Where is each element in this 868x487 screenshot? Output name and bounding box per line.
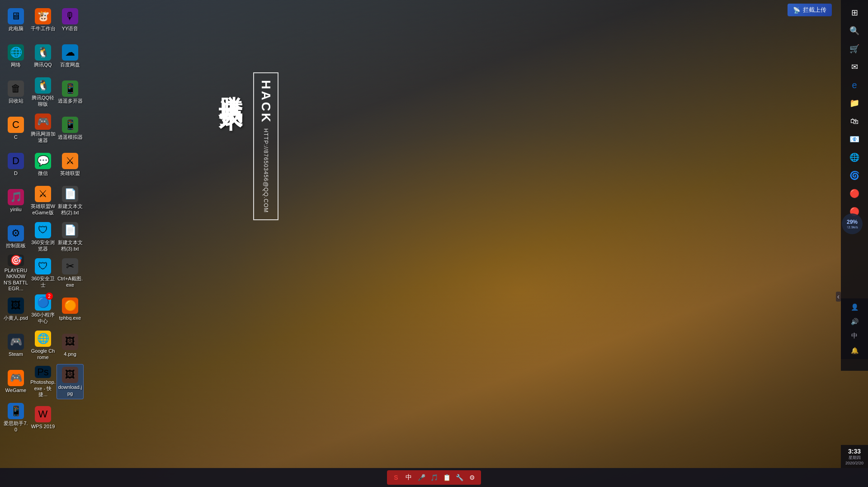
- desktop-icon-aisi[interactable]: 📱爱思助手7.0: [2, 400, 29, 435]
- sidebar-expand-arrow[interactable]: ‹: [836, 292, 841, 302]
- icon-label-sec360: 360安全浏览器: [30, 240, 56, 251]
- taskbar-clipboard[interactable]: 📋: [441, 472, 452, 483]
- tray-search[interactable]: 🔍: [846, 23, 863, 39]
- taskbar-gear[interactable]: ⚙: [467, 472, 477, 483]
- tray-ie[interactable]: e: [846, 77, 863, 93]
- desktop-icon-wps[interactable]: WWPS 2019: [29, 400, 57, 435]
- desktop-icon-sec360[interactable]: 🛡360安全浏览器: [29, 219, 57, 255]
- desktop-icon-ctrlA[interactable]: ✂Ctrl+A截图.exe: [57, 255, 84, 291]
- clock-time: 3:33: [843, 448, 866, 455]
- intercept-button[interactable]: 📡 拦截上传: [788, 4, 832, 16]
- tray-mail2[interactable]: 📧: [846, 131, 863, 147]
- desktop-icon-qqapp[interactable]: 🐧腾讯QQ: [29, 38, 57, 74]
- desktop-icon-mini360[interactable]: 🔵2360小程序中心: [29, 292, 57, 327]
- desktop-icon-yinliu[interactable]: 🎵yinliu: [2, 183, 29, 218]
- taskbar-music[interactable]: 🎵: [429, 472, 439, 483]
- desktop-icon-network[interactable]: 🌐网络: [2, 38, 29, 74]
- desktop-icon-baidu[interactable]: ☁百度网盘: [57, 38, 84, 74]
- icon-label-dianshi: 此电脑: [9, 26, 24, 32]
- icon-image-control: ⚙: [8, 225, 24, 241]
- icon-image-newtxt3: 📄: [62, 222, 78, 238]
- tray-red1[interactable]: 🔴: [846, 185, 863, 202]
- desktop-icon-steam[interactable]: 🎮Steam: [2, 328, 29, 363]
- icon-label-network: 网络: [11, 62, 21, 68]
- icon-label-steam: Steam: [9, 351, 23, 357]
- icon-label-newtxt3: 新建文本文档(3).txt: [57, 240, 83, 251]
- volume-icon[interactable]: 🔊: [846, 315, 863, 328]
- tray-maximize[interactable]: ⊞: [846, 5, 863, 21]
- desktop-icon-yoyo2[interactable]: 📱逍遥模拟器: [57, 111, 84, 146]
- desktop-icon-download[interactable]: 🖼download.jpg: [57, 364, 84, 399]
- taskbar-lang[interactable]: 中: [403, 472, 414, 483]
- icon-image-baidu: ☁: [62, 44, 78, 61]
- desktop-icon-sec360guard[interactable]: 🛡360安全卫士: [29, 255, 57, 291]
- tray-mail[interactable]: ✉: [846, 59, 863, 75]
- desktop-icon-qqlight[interactable]: 🐧腾讯QQ轻聊版: [29, 75, 57, 110]
- desktop-icon-yy[interactable]: 🎙YY语音: [57, 2, 84, 38]
- watermark-right-panel: HACK HTTP://876503456@QQ.COM: [253, 72, 278, 220]
- clock-day: 星期四: [843, 455, 866, 461]
- icon-image-wegame: 🎮: [8, 370, 24, 386]
- tray-chrome-edge[interactable]: 🌐: [846, 149, 863, 165]
- desktop-icon-tencent-game[interactable]: 🎮腾讯网游加速器: [29, 111, 57, 146]
- icon-label-qianniu: 千牛工作台: [31, 26, 56, 32]
- icon-label-download: download.jpg: [58, 384, 82, 396]
- icon-image-pubg: 🎯: [8, 255, 24, 266]
- watermark-overlay: 腾讯技术 HACK HTTP://876503456@QQ.COM: [208, 72, 278, 220]
- desktop-icon-lol[interactable]: ⚔英雄联盟: [57, 147, 84, 182]
- taskbar: S 中 🎤 🎵 📋 🔧 ⚙: [0, 468, 868, 487]
- notification-icon[interactable]: 🔔: [846, 344, 863, 357]
- desktop-icon-tphbq[interactable]: 🟠tphbq.exe: [57, 292, 84, 327]
- icon-label-capp: C: [14, 134, 18, 140]
- taskbar-mic[interactable]: 🎤: [416, 472, 427, 483]
- desktop-icon-png4[interactable]: 🖼4.png: [57, 328, 84, 363]
- taskbar-settings[interactable]: 🔧: [454, 472, 465, 483]
- icon-image-qqapp: 🐧: [35, 44, 51, 61]
- net-percent: 29%: [847, 219, 858, 225]
- desktop-icon-control[interactable]: ⚙控制面板: [2, 219, 29, 255]
- desktop-icon-dianshi[interactable]: 🖥此电脑: [2, 2, 29, 38]
- icon-image-chrome: 🌐: [35, 331, 51, 347]
- icon-image-qianniu: 🐮: [35, 8, 51, 24]
- desktop-icon-yoyo[interactable]: 📱逍遥多开器: [57, 75, 84, 110]
- desktop-icon-wegame[interactable]: 🎮WeGame: [2, 364, 29, 399]
- taskbar-sogou[interactable]: S: [391, 472, 401, 483]
- desktop-icon-qianniu[interactable]: 🐮千牛工作台: [29, 2, 57, 38]
- tray-chrome2[interactable]: 🌀: [846, 167, 863, 184]
- icon-label-photoshop: Photoshop.exe - 快捷...: [30, 379, 56, 397]
- desktop-icon-lol2[interactable]: ⚔英雄联盟WeGame版: [29, 183, 57, 218]
- icon-label-wps: WPS 2019: [31, 424, 55, 430]
- icon-label-recycle: 回收站: [9, 98, 24, 104]
- icon-label-baidu: 百度网盘: [60, 62, 80, 68]
- intercept-icon: 📡: [793, 7, 800, 14]
- desktop-icon-newtxt3[interactable]: 📄新建文本文档(3).txt: [57, 219, 84, 255]
- icon-image-qqlight: 🐧: [35, 77, 51, 94]
- desktop-icon-capp[interactable]: CC: [2, 111, 29, 146]
- desktop-icon-chrome[interactable]: 🌐Google Chrome: [29, 328, 57, 363]
- icon-label-lol2: 英雄联盟WeGame版: [30, 203, 56, 215]
- tray-shopping[interactable]: 🛒: [846, 41, 863, 57]
- icon-image-lol: ⚔: [62, 153, 78, 169]
- user-icon[interactable]: 👤: [846, 300, 863, 314]
- desktop-background: [0, 0, 868, 487]
- icon-image-yoyo: 📱: [62, 80, 78, 97]
- taskbar-center: S 中 🎤 🎵 📋 🔧 ⚙: [387, 470, 481, 485]
- watermark-hack: HACK: [259, 80, 273, 124]
- desktop-icon-recycle[interactable]: 🗑回收站: [2, 75, 29, 110]
- icon-image-yy: 🎙: [62, 8, 78, 24]
- icon-label-mini360: 360小程序中心: [30, 312, 56, 324]
- watermark-url: HTTP://876503456@QQ.COM: [263, 128, 269, 213]
- desktop-icon-psd[interactable]: 🖼小黄人.psd: [2, 292, 29, 327]
- lang-icon[interactable]: 中: [846, 329, 863, 343]
- icon-label-tencent-game: 腾讯网游加速器: [30, 131, 56, 143]
- desktop-icon-photoshop[interactable]: PsPhotoshop.exe - 快捷...: [29, 364, 57, 399]
- icon-image-download: 🖼: [62, 367, 78, 383]
- icon-image-sec360guard: 🛡: [35, 258, 51, 274]
- tray-store[interactable]: 🛍: [846, 113, 863, 129]
- tray-folder[interactable]: 📁: [846, 95, 863, 111]
- desktop-icon-dapp[interactable]: DD: [2, 147, 29, 182]
- icon-image-yoyo2: 📱: [62, 117, 78, 133]
- desktop-icon-wechat[interactable]: 💬微信: [29, 147, 57, 182]
- desktop-icon-pubg[interactable]: 🎯PLAYERUNKNOWN'S BATTLEGR...: [2, 255, 29, 291]
- desktop-icon-newtxt2[interactable]: 📄新建文本文档(2).txt: [57, 183, 84, 218]
